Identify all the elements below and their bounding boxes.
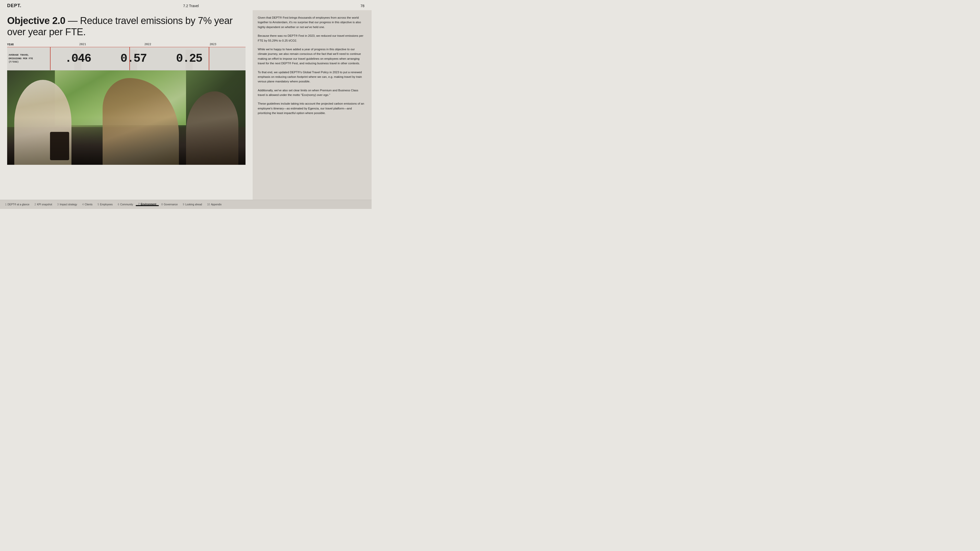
- right-para-3: While we're happy to have added a year o…: [258, 47, 364, 66]
- right-para-5: Additionally, we've also set clear limit…: [258, 88, 364, 97]
- title-block: Objective 2.0 — Reduce travel emissions …: [7, 15, 245, 38]
- value-cell-2021: .046: [50, 47, 106, 70]
- right-para-1: Given that DEPT® Fest brings thousands o…: [258, 15, 364, 29]
- right-panel: Given that DEPT® Fest brings thousands o…: [253, 10, 372, 209]
- nav-item-7[interactable]: 7 Environment: [136, 203, 159, 206]
- value-2023: 0.25: [176, 52, 202, 65]
- nav-num-7: 7: [138, 203, 140, 206]
- year-2023: 2023: [180, 43, 245, 46]
- nav-num-5: 5: [97, 203, 99, 206]
- nav-item-wrap-2[interactable]: 2 KPI snapshot: [32, 203, 55, 206]
- nav-label-3: Impact strategy: [60, 203, 77, 206]
- nav-item-5[interactable]: 5 Employees: [95, 203, 115, 206]
- nav-item-9[interactable]: 9 Looking ahead: [180, 203, 204, 206]
- nav-num-1: 1: [5, 203, 6, 206]
- chart-row-label: AVERAGE TRAVEL EMISSIONS PER FTE (T/CO2): [7, 52, 50, 66]
- page-subtitle: 7.2 Travel: [183, 4, 199, 8]
- nav-item-wrap-10[interactable]: 10 Appendix: [205, 203, 224, 206]
- nav-item-10[interactable]: 10 Appendix: [205, 203, 224, 206]
- nav-label-8: Governance: [164, 203, 178, 206]
- nav-item-wrap-5[interactable]: 5 Employees: [95, 203, 115, 206]
- right-para-6: These guidelines include taking into acc…: [258, 101, 364, 115]
- title-bold: Objective 2.0: [7, 15, 65, 26]
- v-line-1: [50, 47, 51, 70]
- nav-label-10: Appendix: [211, 203, 222, 206]
- nav-label-4: Clients: [85, 203, 93, 206]
- nav-num-9: 9: [183, 203, 184, 206]
- nav-item-6[interactable]: 6 Community: [115, 203, 135, 206]
- year-columns: 2021 2022 2023: [50, 43, 245, 46]
- nav-item-wrap-6[interactable]: 6 Community: [115, 203, 135, 206]
- nav-label-1: DEPT® at a glance: [8, 203, 30, 206]
- nav-item-4[interactable]: 4 Clients: [80, 203, 95, 206]
- nav-label-7: Environment: [141, 203, 156, 206]
- year-2022: 2022: [115, 43, 180, 46]
- image-overlay: [7, 70, 245, 165]
- page-number: 78: [360, 4, 364, 8]
- nav-item-wrap-8[interactable]: 8 Governance: [159, 203, 180, 206]
- logo: DEPT.: [7, 3, 21, 8]
- chart-year-row: YEAR 2021 2022 2023: [7, 43, 245, 47]
- nav-num-3: 3: [57, 203, 59, 206]
- value-cell-2022: 0.57: [106, 47, 161, 70]
- nav-num-8: 8: [161, 203, 163, 206]
- nav-num-6: 6: [118, 203, 119, 206]
- right-para-4: To that end, we updated DEPT®'s Global T…: [258, 70, 364, 84]
- page-header: DEPT. 7.2 Travel 78: [0, 0, 372, 11]
- value-2021: .046: [65, 52, 91, 65]
- v-line-2: [129, 47, 130, 70]
- train-image: [7, 70, 245, 165]
- main-content: Objective 2.0 — Reduce travel emissions …: [0, 0, 372, 209]
- bottom-nav: 1 DEPT® at a glance 2 KPI snapshot 3 Imp…: [0, 200, 372, 209]
- nav-item-1[interactable]: 1 DEPT® at a glance: [3, 203, 32, 206]
- nav-label-9: Looking ahead: [185, 203, 202, 206]
- nav-item-3[interactable]: 3 Impact strategy: [55, 203, 80, 206]
- nav-label-5: Employees: [100, 203, 113, 206]
- nav-item-wrap-1[interactable]: 1 DEPT® at a glance: [3, 203, 32, 206]
- left-panel: Objective 2.0 — Reduce travel emissions …: [0, 10, 253, 209]
- chart-data-row: AVERAGE TRAVEL EMISSIONS PER FTE (T/CO2)…: [7, 47, 245, 70]
- nav-item-2[interactable]: 2 KPI snapshot: [32, 203, 55, 206]
- nav-num-4: 4: [82, 203, 84, 206]
- v-line-3: [209, 47, 209, 70]
- nav-item-wrap-7[interactable]: 7 Environment: [136, 203, 159, 206]
- nav-label-6: Community: [120, 203, 133, 206]
- right-para-2: Because there was no DEPT® Fest in 2023,…: [258, 33, 364, 43]
- nav-item-wrap-3[interactable]: 3 Impact strategy: [55, 203, 80, 206]
- chart-container: YEAR 2021 2022 2023 AVERAGE TRAVEL EMISS…: [7, 43, 245, 70]
- nav-num-2: 2: [35, 203, 36, 206]
- train-image-section: [7, 70, 245, 165]
- year-label: YEAR: [7, 43, 50, 46]
- value-2022: 0.57: [121, 52, 146, 65]
- nav-item-wrap-9[interactable]: 9 Looking ahead: [180, 203, 204, 206]
- nav-item-wrap-4[interactable]: 4 Clients: [80, 203, 95, 206]
- nav-item-8[interactable]: 8 Governance: [159, 203, 180, 206]
- year-2021: 2021: [50, 43, 115, 46]
- nav-num-10: 10: [207, 203, 210, 206]
- nav-label-2: KPI snapshot: [37, 203, 52, 206]
- page-title: Objective 2.0 — Reduce travel emissions …: [7, 15, 245, 38]
